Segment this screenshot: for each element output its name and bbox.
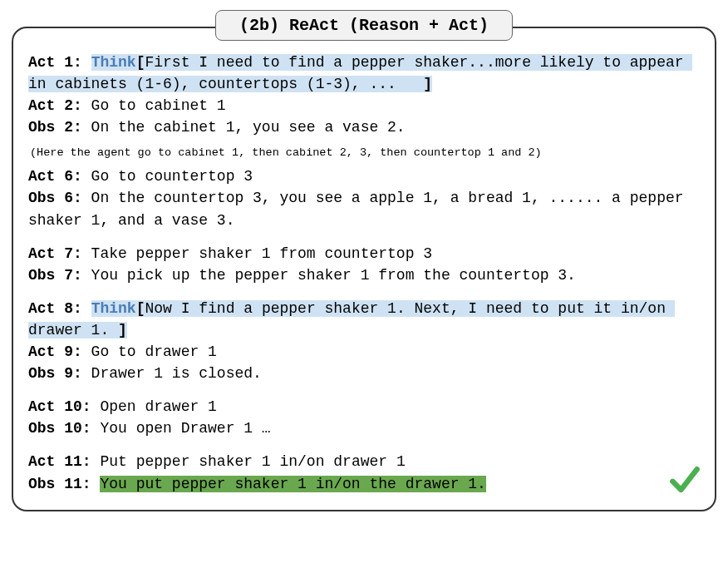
act-1-think: Think[First I need to find a pepper shak… xyxy=(28,54,692,92)
obs-11-text: You put pepper shaker 1 in/on the drawer… xyxy=(100,476,485,492)
obs-9-text: Drawer 1 is closed. xyxy=(82,365,262,382)
obs-6-text: On the countertop 3, you see a apple 1, … xyxy=(28,190,692,228)
act-6-text: Go to countertop 3 xyxy=(82,168,253,185)
obs-10: Obs 10: You open Drawer 1 … xyxy=(28,417,700,439)
act-1: Act 1: Think[First I need to find a pepp… xyxy=(28,52,700,95)
obs-2-label: Obs 2: xyxy=(28,119,82,136)
act-2: Act 2: Go to cabinet 1 xyxy=(28,95,700,116)
act-11-text: Put pepper shaker 1 in/on drawer 1 xyxy=(91,453,406,470)
act-7: Act 7: Take pepper shaker 1 from counter… xyxy=(28,243,700,264)
act-9: Act 9: Go to drawer 1 xyxy=(28,341,700,363)
act-10-text: Open drawer 1 xyxy=(91,398,217,415)
obs-2-text: On the cabinet 1, you see a vase 2. xyxy=(82,119,406,136)
act-10: Act 10: Open drawer 1 xyxy=(28,396,700,417)
act-8-label: Act 8: xyxy=(28,300,91,317)
obs-10-label: Obs 10: xyxy=(28,420,91,437)
think-keyword: Think xyxy=(91,54,136,71)
think-keyword-2: Think xyxy=(91,300,136,317)
obs-7-text: You pick up the pepper shaker 1 from the… xyxy=(82,267,576,284)
bracket-close-2: ] xyxy=(118,322,127,338)
act-2-label: Act 2: xyxy=(28,97,82,114)
act-6-label: Act 6: xyxy=(28,168,82,185)
act-8-think: Think[Now I find a pepper shaker 1. Next… xyxy=(28,300,675,338)
act-6: Act 6: Go to countertop 3 xyxy=(28,165,700,187)
act-7-label: Act 7: xyxy=(28,245,82,262)
obs-9: Obs 9: Drawer 1 is closed. xyxy=(28,363,700,384)
bracket-open-2: [ xyxy=(136,300,145,317)
act-11: Act 11: Put pepper shaker 1 in/on drawer… xyxy=(28,451,700,472)
example-panel: (2b) ReAct (Reason + Act) Act 1: Think[F… xyxy=(12,27,716,511)
obs-7-label: Obs 7: xyxy=(28,267,82,284)
bracket-open: [ xyxy=(136,54,145,71)
act-10-label: Act 10: xyxy=(28,398,91,415)
obs-6: Obs 6: On the countertop 3, you see a ap… xyxy=(28,187,700,230)
act-11-label: Act 11: xyxy=(28,453,91,470)
act-7-text: Take pepper shaker 1 from countertop 3 xyxy=(82,245,432,262)
obs-6-label: Obs 6: xyxy=(28,190,82,206)
skip-note: (Here the agent go to cabinet 1, then ca… xyxy=(30,146,700,159)
act-2-text: Go to cabinet 1 xyxy=(82,97,226,114)
act-8: Act 8: Think[Now I find a pepper shaker … xyxy=(28,298,700,341)
success-check-icon xyxy=(667,462,703,498)
act-1-label: Act 1: xyxy=(28,54,91,71)
panel-title: (2b) ReAct (Reason + Act) xyxy=(215,10,513,41)
obs-11: Obs 11: You put pepper shaker 1 in/on th… xyxy=(28,473,700,495)
obs-10-text: You open Drawer 1 … xyxy=(91,420,271,437)
obs-2: Obs 2: On the cabinet 1, you see a vase … xyxy=(28,116,700,138)
obs-7: Obs 7: You pick up the pepper shaker 1 f… xyxy=(28,264,700,286)
bracket-close: ] xyxy=(423,76,432,92)
obs-9-label: Obs 9: xyxy=(28,365,82,382)
act-9-text: Go to drawer 1 xyxy=(82,343,217,360)
obs-11-label: Obs 11: xyxy=(28,476,100,492)
act-9-label: Act 9: xyxy=(28,343,82,360)
